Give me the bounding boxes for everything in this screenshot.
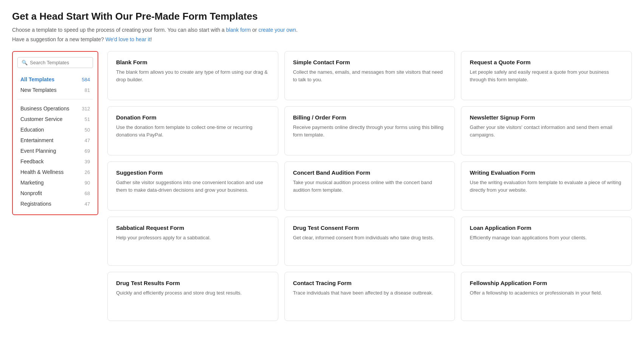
sidebar-item-count: 68 [85,191,90,196]
template-card[interactable]: Drug Test Consent FormGet clear, informe… [284,217,455,266]
template-card[interactable]: Newsletter Signup FormGather your site v… [461,106,632,155]
sidebar-item-label: Entertainment [20,137,53,143]
sidebar-item-new-templates[interactable]: New Templates 81 [17,85,93,95]
page-subtitle-1: Choose a template to speed up the proces… [12,26,632,34]
sidebar-item-label: Nonprofit [20,190,42,196]
template-card-title: Drug Test Results Form [116,280,270,286]
sidebar-item-count: 51 [85,116,90,122]
sidebar-item-label: Customer Service [20,116,62,122]
template-card-title: Request a Quote Form [470,59,623,65]
sidebar-item-count: 69 [85,148,90,154]
template-card[interactable]: Fellowship Application FormOffer a fello… [461,272,632,321]
template-card-title: Suggestion Form [116,169,270,176]
template-card-title: Newsletter Signup Form [470,114,623,121]
template-card-desc: Collect the names, emails, and messages … [293,68,447,83]
sidebar-item-count: 312 [82,106,90,112]
sidebar-item-label: Feedback [20,158,43,164]
template-card-desc: Trace individuals that have been affecte… [293,289,447,297]
template-card-title: Blank Form [116,59,270,65]
sidebar-item-nonprofit[interactable]: Nonprofit 68 [17,188,93,198]
template-card-desc: The blank form allows you to create any … [116,68,270,83]
sidebar-item-label: Registrations [20,201,51,207]
main-layout: 🔍 All Templates 584 New Templates 81 Bus… [12,51,632,321]
sidebar-item-count: 584 [82,77,90,82]
template-card-desc: Help your professors apply for a sabbati… [116,234,270,242]
sidebar-divider [17,99,93,99]
template-card-desc: Use the writing evaluation form template… [470,179,623,194]
template-card-desc: Offer a fellowship to academics or profe… [470,289,623,297]
template-card-title: Donation Form [116,114,270,121]
template-card-title: Billing / Order Form [293,114,447,121]
template-card[interactable]: Loan Application FormEfficiently manage … [461,217,632,266]
create-own-link[interactable]: create your own [258,27,296,33]
template-card-title: Loan Application Form [470,225,623,231]
template-card-desc: Let people safely and easily request a q… [470,68,623,83]
sidebar: 🔍 All Templates 584 New Templates 81 Bus… [12,51,98,215]
template-card[interactable]: Billing / Order FormReceive payments onl… [284,106,455,155]
template-card-desc: Use the donation form template to collec… [116,124,270,138]
template-card-desc: Get clear, informed consent from individ… [293,234,447,242]
sidebar-item-education[interactable]: Education 50 [17,124,93,135]
sidebar-item-count: 90 [85,180,90,186]
template-card[interactable]: Request a Quote FormLet people safely an… [461,51,632,100]
template-card[interactable]: Contact Tracing FormTrace individuals th… [284,272,455,321]
template-card-title: Contact Tracing Form [293,280,447,286]
sidebar-item-count: 81 [85,87,90,93]
sidebar-item-health-wellness[interactable]: Health & Wellness 26 [17,167,93,177]
page-subtitle-2: Have a suggestion for a new template? We… [12,36,632,43]
template-card-desc: Efficiently manage loan applications fro… [470,234,623,242]
search-box[interactable]: 🔍 [17,57,93,68]
sidebar-item-marketing[interactable]: Marketing 90 [17,177,93,188]
sidebar-item-entertainment[interactable]: Entertainment 47 [17,135,93,146]
search-input[interactable] [30,60,89,65]
template-card-title: Fellowship Application Form [470,280,623,286]
template-card[interactable]: Concert Band Audition FormTake your musi… [284,161,455,211]
sidebar-item-count: 47 [85,201,90,207]
sidebar-item-count: 47 [85,138,90,143]
template-card-title: Concert Band Audition Form [293,169,447,176]
template-card-title: Drug Test Consent Form [293,225,447,231]
template-card-desc: Take your musical audition process onlin… [293,179,447,194]
sidebar-item-count: 26 [85,169,90,175]
template-card[interactable]: Suggestion FormGather site visitor sugge… [107,161,278,211]
template-card[interactable]: Writing Evaluation FormUse the writing e… [461,161,632,211]
sidebar-item-registrations[interactable]: Registrations 47 [17,198,93,209]
sidebar-item-all-templates[interactable]: All Templates 584 [17,74,93,85]
template-card-desc: Gather site visitor suggestions into one… [116,179,270,194]
template-card-desc: Gather your site visitors' contact infor… [470,124,623,138]
sidebar-item-label: Health & Wellness [20,169,64,175]
template-card-title: Sabbatical Request Form [116,225,270,231]
template-card[interactable]: Donation FormUse the donation form templ… [107,106,278,155]
template-card-title: Writing Evaluation Form [470,169,623,176]
sidebar-item-label: Event Planning [20,148,56,154]
sidebar-item-event-planning[interactable]: Event Planning 69 [17,146,93,156]
sidebar-item-customer-service[interactable]: Customer Service 51 [17,114,93,124]
sidebar-item-business-operations[interactable]: Business Operations 312 [17,103,93,114]
sidebar-item-label: Education [20,127,44,133]
template-card-desc: Receive payments online directly through… [293,124,447,138]
page-container: Get a Head Start With Our Pre-Made Form … [0,0,644,332]
love-to-hear-link[interactable]: We'd love to hear it [106,36,151,42]
template-card-desc: Quickly and efficiently process and stor… [116,289,270,297]
template-card[interactable]: Simple Contact FormCollect the names, em… [284,51,455,100]
template-card-title: Simple Contact Form [293,59,447,65]
template-card[interactable]: Blank FormThe blank form allows you to c… [107,51,278,100]
search-icon: 🔍 [22,60,28,65]
template-card[interactable]: Drug Test Results FormQuickly and effici… [107,272,278,321]
page-title: Get a Head Start With Our Pre-Made Form … [12,11,632,22]
sidebar-item-label: New Templates [20,87,56,93]
template-card[interactable]: Sabbatical Request FormHelp your profess… [107,217,278,266]
sidebar-item-count: 50 [85,127,90,133]
template-grid: Blank FormThe blank form allows you to c… [107,51,632,321]
sidebar-item-feedback[interactable]: Feedback 39 [17,156,93,167]
blank-form-link[interactable]: blank form [226,27,251,33]
sidebar-item-label: All Templates [20,76,54,82]
sidebar-item-label: Business Operations [20,105,69,112]
sidebar-item-label: Marketing [20,180,43,186]
sidebar-item-count: 39 [85,159,90,164]
